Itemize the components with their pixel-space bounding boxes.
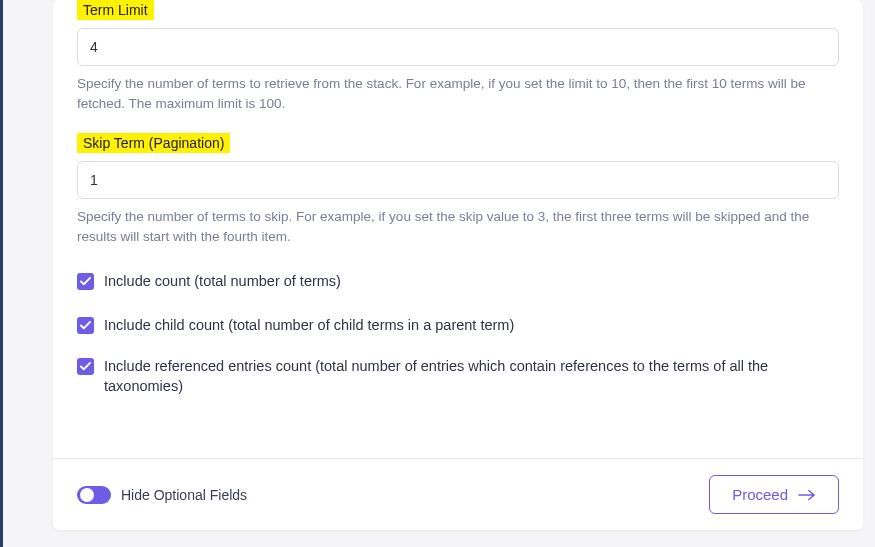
form-footer: Hide Optional Fields Proceed	[53, 458, 863, 530]
skip-term-help: Specify the number of terms to skip. For…	[77, 207, 839, 248]
check-icon	[80, 361, 91, 372]
hide-optional-toggle[interactable]	[77, 486, 111, 504]
include-count-label: Include count (total number of terms)	[104, 271, 341, 291]
term-limit-help: Specify the number of terms to retrieve …	[77, 74, 839, 115]
check-icon	[80, 320, 91, 331]
include-child-count-checkbox[interactable]	[77, 317, 94, 334]
proceed-label: Proceed	[732, 486, 788, 503]
term-limit-input[interactable]	[77, 28, 839, 66]
include-ref-entries-row[interactable]: Include referenced entries count (total …	[77, 356, 839, 397]
arrow-right-icon	[798, 489, 816, 501]
include-count-row[interactable]: Include count (total number of terms)	[77, 271, 839, 291]
include-child-count-row[interactable]: Include child count (total number of chi…	[77, 315, 839, 335]
proceed-button[interactable]: Proceed	[709, 475, 839, 514]
term-limit-field: Term Limit Specify the number of terms t…	[77, 0, 839, 115]
include-ref-entries-label: Include referenced entries count (total …	[104, 356, 839, 397]
skip-term-field: Skip Term (Pagination) Specify the numbe…	[77, 133, 839, 248]
hide-optional-label: Hide Optional Fields	[121, 487, 247, 503]
term-limit-label: Term Limit	[77, 0, 154, 20]
include-count-checkbox[interactable]	[77, 273, 94, 290]
form-card: Term Limit Specify the number of terms t…	[53, 0, 863, 530]
skip-term-label: Skip Term (Pagination)	[77, 133, 230, 153]
skip-term-input[interactable]	[77, 161, 839, 199]
toggle-knob	[80, 488, 94, 502]
include-ref-entries-checkbox[interactable]	[77, 358, 94, 375]
include-child-count-label: Include child count (total number of chi…	[104, 315, 514, 335]
hide-optional-toggle-wrap[interactable]: Hide Optional Fields	[77, 486, 247, 504]
check-icon	[80, 276, 91, 287]
